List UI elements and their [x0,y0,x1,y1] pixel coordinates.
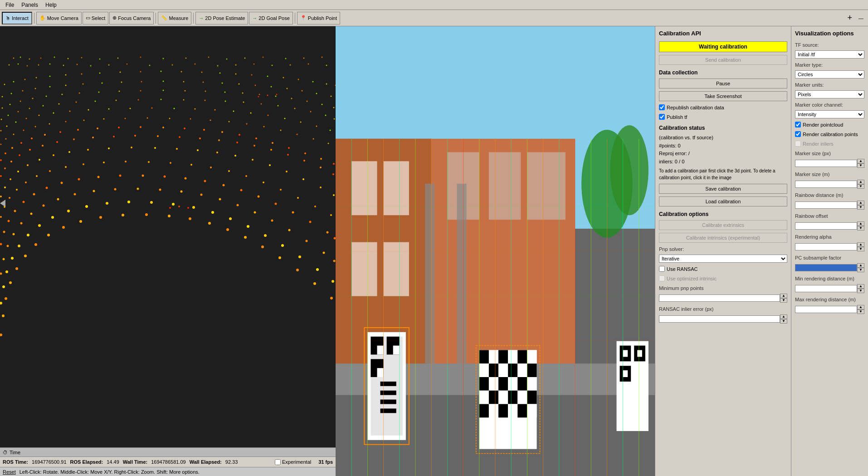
ransac-inlier-input[interactable]: 10.00 [659,315,780,323]
svg-point-293 [237,204,239,206]
render-cal-pts-checkbox[interactable] [795,131,801,137]
use-ransac-checkbox[interactable] [659,266,665,272]
svg-point-89 [98,92,100,93]
svg-point-228 [286,171,288,172]
marker-size-m-up[interactable]: ▲ [857,180,864,184]
collapse-button[interactable]: — [856,12,866,25]
reset-btn[interactable]: Reset [3,469,16,475]
svg-rect-378 [380,391,396,395]
lidar-canvas[interactable] [0,26,336,447]
menu-panels[interactable]: Panels [18,1,42,9]
republish-checkbox[interactable] [659,104,665,110]
pc-subsample-input[interactable]: 1 [795,264,857,271]
publish-point-button[interactable]: 📍 Publish Point [297,12,340,25]
svg-point-12 [208,57,210,58]
marker-size-m-down[interactable]: ▼ [857,184,864,189]
menu-file[interactable]: File [2,1,18,9]
cal-extrinsics-btn[interactable]: Calibrate extrinsics [659,220,787,230]
rendering-alpha-input[interactable]: 1.00 [795,243,857,250]
marker-type-select[interactable]: Circles Squares ArUco [795,70,864,79]
svg-point-54 [251,74,253,76]
min-pnp-up[interactable]: ▲ [780,294,787,298]
ransac-inlier-down[interactable]: ▼ [780,319,787,324]
select-button[interactable]: ▭ Select [83,12,109,25]
rendering-alpha-up[interactable]: ▲ [857,242,864,247]
svg-point-241 [103,162,105,163]
pc-subsample-up[interactable]: ▲ [857,263,864,268]
publish-tf-checkbox[interactable] [659,114,665,120]
measure-button[interactable]: 📏 Measure [158,12,191,25]
rainbow-dist-input[interactable]: 10.00 [795,201,857,209]
tf-source-select[interactable]: Initial /tf [795,50,864,59]
svg-rect-359 [384,161,409,215]
pnp-solver-select[interactable]: Iterative EPNP P3P [659,255,787,263]
use-optimized-checkbox[interactable] [659,275,665,281]
svg-point-295 [271,220,273,222]
save-calibration-btn[interactable]: Save calibration [659,184,787,194]
camera-view[interactable] [336,26,655,476]
svg-point-56 [283,77,284,79]
focus-camera-button[interactable]: ⊕ Focus Camera [109,12,154,25]
render-pc-checkbox[interactable] [795,122,801,128]
svg-rect-358 [351,161,377,215]
svg-point-318 [264,234,267,237]
max-render-down[interactable]: ▼ [857,309,864,314]
interact-label: Interact [12,15,29,21]
experimental-checkbox-row[interactable]: Experimental [275,459,311,465]
marker-color-select[interactable]: Intensity RGB Z [795,110,864,118]
min-render-input[interactable]: 0.10 [795,285,857,292]
load-calibration-btn[interactable]: Load calibration [659,196,787,206]
svg-point-288 [137,188,139,190]
svg-point-287 [114,188,117,191]
experimental-checkbox[interactable] [275,459,281,465]
rendering-alpha-down[interactable]: ▼ [857,247,864,251]
rainbow-dist-down[interactable]: ▼ [857,205,864,210]
pc-subsample-down[interactable]: ▼ [857,268,864,272]
rainbow-offset-input[interactable]: 0.00 [795,222,857,230]
screenshot-btn[interactable]: Take Screenshot [659,91,787,101]
republish-row: Republish calibration data [659,104,787,110]
cal-intrinsics-btn[interactable]: Calibrate intrinsics (experimental) [659,233,787,243]
goal-pose-button[interactable]: → 2D Goal Pose [249,12,293,25]
min-render-up[interactable]: ▲ [857,284,864,289]
svg-point-25 [77,64,78,65]
max-render-input[interactable]: 100.00 [795,306,857,313]
ransac-inlier-up[interactable]: ▲ [780,314,787,319]
marker-size-px-down[interactable]: ▼ [857,163,864,168]
rainbow-offset-down[interactable]: ▼ [857,226,864,231]
rainbow-offset-up[interactable]: ▲ [857,221,864,226]
interact-button[interactable]: 🖱 Interact [2,12,32,25]
pause-btn[interactable]: Pause [659,79,787,88]
publish-tf-label: Publish tf [667,114,687,120]
svg-point-168 [11,147,13,149]
min-pnp-input[interactable]: 6 [659,294,780,302]
svg-point-144 [330,130,331,131]
svg-rect-388 [479,363,489,377]
svg-rect-380 [380,408,396,413]
svg-point-27 [108,64,110,66]
render-inliers-checkbox[interactable] [795,141,801,147]
menu-help[interactable]: Help [42,1,60,9]
svg-point-154 [125,118,126,119]
time-values-row: ROS Time: 1694776500.91 ROS Elapsed: 14.… [0,457,336,467]
marker-units-select[interactable]: Pixels Meters [795,90,864,98]
marker-size-m-input[interactable]: 0.05 [795,181,857,188]
svg-point-125 [6,126,8,127]
max-render-up[interactable]: ▲ [857,305,864,309]
add-panel-button[interactable]: + [844,12,855,25]
pose-estimate-button[interactable]: → 2D Pose Estimate [195,12,248,25]
min-render-down[interactable]: ▼ [857,289,864,293]
svg-point-268 [204,180,206,182]
marker-size-px-input[interactable]: 4 [795,160,857,167]
svg-rect-407 [489,404,498,417]
min-pnp-down[interactable]: ▼ [780,298,787,303]
move-camera-button[interactable]: ✋ Move Camera [36,12,82,25]
svg-point-320 [298,255,301,258]
ros-elapsed-value: 14.49 [107,459,119,465]
marker-size-px-up[interactable]: ▲ [857,159,864,163]
send-calibration-btn[interactable]: Send calibration [659,55,787,65]
svg-point-344 [313,282,316,285]
time-panel-header[interactable]: ⏱ Time [0,448,336,457]
svg-point-113 [161,99,162,100]
rainbow-dist-up[interactable]: ▲ [857,201,864,205]
